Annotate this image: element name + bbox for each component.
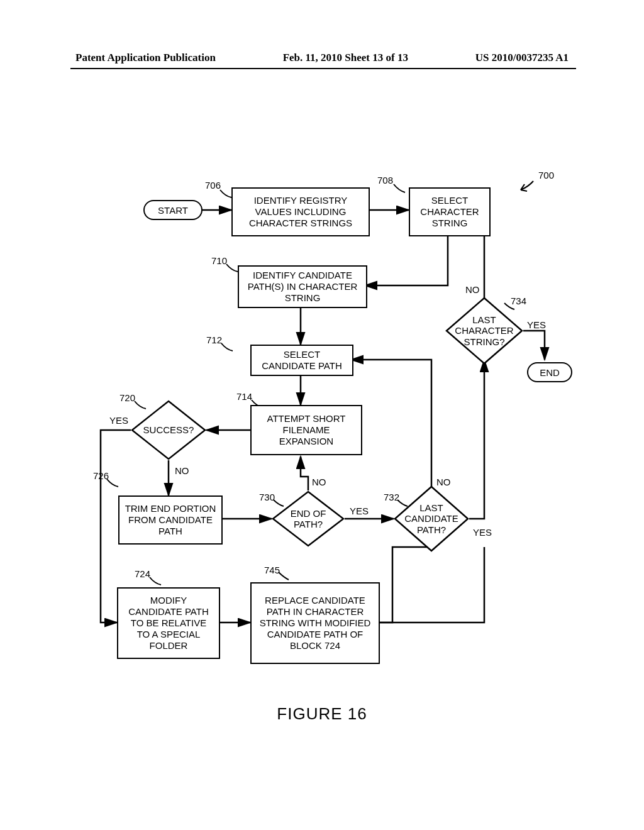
- edge-730-yes: YES: [350, 506, 369, 516]
- ref-745: 745: [264, 565, 280, 575]
- process-708-text: SELECT CHARACTER STRING: [415, 195, 484, 229]
- edge-734-yes: YES: [527, 319, 546, 330]
- figure-caption: FIGURE 16: [0, 704, 644, 724]
- process-identify-candidate-paths: IDENTIFY CANDIDATE PATH(S) IN CHARACTER …: [238, 265, 367, 308]
- ref-720: 720: [119, 392, 135, 403]
- page-header: Patent Application Publication Feb. 11, …: [75, 52, 569, 64]
- edge-720-no: NO: [175, 465, 189, 476]
- process-modify-candidate-path-relative: MODIFY CANDIDATE PATH TO BE RELATIVE TO …: [117, 587, 220, 659]
- process-trim-end-portion: TRIM END PORTION FROM CANDIDATE PATH: [118, 495, 223, 545]
- ref-734: 734: [511, 296, 526, 306]
- edge-732-yes: YES: [473, 527, 492, 538]
- process-714-text: ATTEMPT SHORT FILENAME EXPANSION: [257, 413, 356, 447]
- ref-726: 726: [93, 470, 109, 481]
- process-select-candidate-path: SELECT CANDIDATE PATH: [250, 345, 353, 376]
- decision-734-text: LAST CHARACTER STRING?: [449, 314, 519, 347]
- ref-724: 724: [135, 568, 150, 579]
- end-label: END: [540, 367, 560, 378]
- ref-706: 706: [205, 180, 221, 191]
- process-710-text: IDENTIFY CANDIDATE PATH(S) IN CHARACTER …: [244, 270, 361, 304]
- process-745-text: REPLACE CANDIDATE PATH IN CHARACTER STRI…: [257, 595, 374, 651]
- process-identify-registry-values: IDENTIFY REGISTRY VALUES INCLUDING CHARA…: [231, 187, 370, 236]
- ref-730: 730: [259, 492, 275, 502]
- ref-710: 710: [211, 255, 227, 266]
- process-726-text: TRIM END PORTION FROM CANDIDATE PATH: [125, 503, 216, 537]
- process-724-text: MODIFY CANDIDATE PATH TO BE RELATIVE TO …: [123, 595, 214, 651]
- header-right: US 2010/0037235 A1: [475, 52, 569, 64]
- decision-720-text: SUCCESS?: [143, 424, 194, 435]
- decision-success: SUCCESS?: [131, 400, 206, 460]
- edge-734-no: NO: [465, 284, 480, 295]
- edge-730-no: NO: [312, 477, 326, 487]
- start-label: START: [158, 205, 188, 216]
- decision-730-text: END OF PATH?: [275, 508, 341, 530]
- process-706-text: IDENTIFY REGISTRY VALUES INCLUDING CHARA…: [238, 195, 364, 229]
- header-center: Feb. 11, 2010 Sheet 13 of 13: [283, 52, 408, 64]
- decision-end-of-path: END OF PATH?: [272, 490, 345, 547]
- ref-712: 712: [206, 335, 222, 345]
- ref-700: 700: [538, 170, 554, 180]
- edge-720-yes: YES: [109, 415, 128, 426]
- process-replace-candidate-path: REPLACE CANDIDATE PATH IN CHARACTER STRI…: [250, 582, 380, 664]
- edge-732-no: NO: [436, 477, 451, 487]
- decision-last-candidate-path: LAST CANDIDATE PATH?: [394, 485, 469, 552]
- process-712-text: SELECT CANDIDATE PATH: [257, 349, 347, 372]
- ref-732: 732: [384, 492, 399, 502]
- decision-last-character-string: LAST CHARACTER STRING?: [445, 297, 523, 365]
- ref-708: 708: [377, 175, 393, 185]
- header-left: Patent Application Publication: [75, 52, 216, 64]
- end-terminator: END: [527, 362, 572, 382]
- start-terminator: START: [143, 200, 203, 220]
- process-attempt-short-filename-expansion: ATTEMPT SHORT FILENAME EXPANSION: [250, 405, 362, 455]
- header-rule: [70, 68, 576, 69]
- process-select-character-string: SELECT CHARACTER STRING: [409, 187, 491, 236]
- decision-732-text: LAST CANDIDATE PATH?: [397, 502, 465, 535]
- ref-714: 714: [236, 391, 252, 402]
